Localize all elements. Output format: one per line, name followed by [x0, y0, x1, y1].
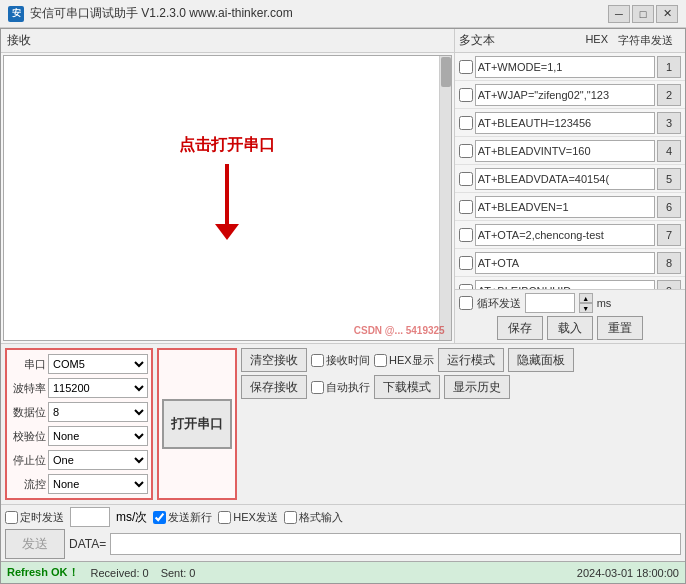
send-area: 定时发送 800 ms/次 发送新行 HEX发送 格式输入 发送 DATA= — [1, 504, 685, 561]
list-item: 1 — [455, 53, 685, 81]
scroll-thumb — [441, 57, 451, 87]
send-button[interactable]: 发送 — [5, 529, 65, 559]
cmd-btn-8[interactable]: 8 — [657, 252, 681, 274]
arrow-line — [225, 164, 229, 224]
cmd-checkbox-3[interactable] — [459, 116, 473, 130]
cmd-btn-6[interactable]: 6 — [657, 196, 681, 218]
cmd-input-9[interactable] — [475, 280, 655, 290]
port-select[interactable]: COM5 — [48, 354, 148, 374]
spin-up-button[interactable]: ▲ — [579, 293, 593, 303]
cmd-checkbox-1[interactable] — [459, 60, 473, 74]
list-item: 8 — [455, 249, 685, 277]
hex-send-checkbox[interactable] — [218, 511, 231, 524]
load-button[interactable]: 载入 — [547, 316, 593, 340]
stop-bits-label: 停止位 — [10, 453, 46, 468]
show-history-button[interactable]: 显示历史 — [444, 375, 510, 399]
cmd-checkbox-5[interactable] — [459, 172, 473, 186]
data-bits-row: 数据位 8 — [10, 401, 148, 423]
cmd-checkbox-7[interactable] — [459, 228, 473, 242]
cmd-input-1[interactable] — [475, 56, 655, 78]
spin-down-button[interactable]: ▼ — [579, 303, 593, 313]
loop-send-checkbox[interactable] — [459, 296, 473, 310]
timer-interval-input[interactable]: 800 — [70, 507, 110, 527]
recv-scrollbar[interactable] — [439, 56, 451, 340]
download-mode-button[interactable]: 下载模式 — [374, 375, 440, 399]
recv-time-checkbox[interactable] — [311, 354, 324, 367]
cmd-checkbox-6[interactable] — [459, 200, 473, 214]
stop-bits-select[interactable]: One — [48, 450, 148, 470]
mid-controls: 串口 COM5 波特率 115200 数据位 8 校验位 No — [1, 343, 685, 504]
hex-display-checkbox[interactable] — [374, 354, 387, 367]
cmd-btn-4[interactable]: 4 — [657, 140, 681, 162]
parity-select[interactable]: None — [48, 426, 148, 446]
action-row: 保存 载入 重置 — [459, 316, 681, 340]
sent-count: Sent: 0 — [161, 567, 196, 579]
loop-interval-input[interactable]: 500 — [525, 293, 575, 313]
list-item: 4 — [455, 137, 685, 165]
app-icon: 安 — [8, 6, 24, 22]
save-recv-button[interactable]: 保存接收 — [241, 375, 307, 399]
cmd-input-4[interactable] — [475, 140, 655, 162]
cmd-input-8[interactable] — [475, 252, 655, 274]
minimize-button[interactable]: ─ — [608, 5, 630, 23]
col-send: 发送 — [651, 33, 673, 48]
command-list: 1234567891011 — [455, 53, 685, 289]
window-controls: ─ □ ✕ — [608, 5, 678, 23]
list-item: 9 — [455, 277, 685, 289]
cmd-btn-5[interactable]: 5 — [657, 168, 681, 190]
cmd-checkbox-2[interactable] — [459, 88, 473, 102]
multi-text-title: 多文本 — [459, 32, 495, 49]
timer-unit-label: ms/次 — [116, 509, 147, 526]
cmd-input-5[interactable] — [475, 168, 655, 190]
fmt-input-label: 格式输入 — [284, 510, 343, 525]
cmd-btn-9[interactable]: 9 — [657, 280, 681, 290]
cmd-input-6[interactable] — [475, 196, 655, 218]
data-input[interactable] — [110, 533, 681, 555]
list-item: 5 — [455, 165, 685, 193]
baud-label: 波特率 — [10, 381, 46, 396]
refresh-status: Refresh OK！ — [7, 565, 79, 580]
timer-send-checkbox[interactable] — [5, 511, 18, 524]
flow-control-row: 流控 None — [10, 473, 148, 495]
cmd-btn-3[interactable]: 3 — [657, 112, 681, 134]
send-top: 定时发送 800 ms/次 发送新行 HEX发送 格式输入 — [5, 507, 681, 527]
parity-label: 校验位 — [10, 429, 46, 444]
main-window: 接收 点击打开串口 CSDN @... 5419325 多文本 HEX 字符串 — [0, 28, 686, 584]
fmt-input-checkbox[interactable] — [284, 511, 297, 524]
recv-time-label: 接收时间 — [311, 353, 370, 368]
run-mode-button[interactable]: 运行模式 — [438, 348, 504, 372]
baud-select[interactable]: 115200 — [48, 378, 148, 398]
newline-label: 发送新行 — [153, 510, 212, 525]
send-bottom: 发送 DATA= — [5, 529, 681, 559]
maximize-button[interactable]: □ — [632, 5, 654, 23]
save-button[interactable]: 保存 — [497, 316, 543, 340]
right-btn-area: 清空接收 接收时间 HEX显示 运行模式 隐藏面板 保存接收 自动执行 下 — [241, 348, 681, 500]
annotation-text: 点击打开串口 — [179, 135, 275, 156]
hide-panel-button[interactable]: 隐藏面板 — [508, 348, 574, 372]
list-item: 7 — [455, 221, 685, 249]
col-headers: HEX 字符串 发送 — [561, 33, 681, 48]
cmd-btn-7[interactable]: 7 — [657, 224, 681, 246]
flow-control-select[interactable]: None — [48, 474, 148, 494]
col-str: 字符串 — [618, 33, 651, 48]
list-item: 2 — [455, 81, 685, 109]
clear-recv-button[interactable]: 清空接收 — [241, 348, 307, 372]
newline-checkbox[interactable] — [153, 511, 166, 524]
list-item: 6 — [455, 193, 685, 221]
cmd-checkbox-8[interactable] — [459, 256, 473, 270]
cmd-btn-2[interactable]: 2 — [657, 84, 681, 106]
arrow-annotation: 点击打开串口 — [179, 135, 275, 240]
cmd-input-3[interactable] — [475, 112, 655, 134]
left-panel: 接收 点击打开串口 CSDN @... 5419325 — [1, 29, 455, 343]
cmd-input-2[interactable] — [475, 84, 655, 106]
open-serial-button[interactable]: 打开串口 — [162, 399, 232, 449]
bottom-controls: 循环发送 500 ▲ ▼ ms 保存 载入 重置 — [455, 289, 685, 343]
cmd-btn-1[interactable]: 1 — [657, 56, 681, 78]
reset-button[interactable]: 重置 — [597, 316, 643, 340]
cmd-checkbox-4[interactable] — [459, 144, 473, 158]
auto-exec-checkbox[interactable] — [311, 381, 324, 394]
close-button[interactable]: ✕ — [656, 5, 678, 23]
cmd-input-7[interactable] — [475, 224, 655, 246]
data-bits-select[interactable]: 8 — [48, 402, 148, 422]
port-label: 串口 — [10, 357, 46, 372]
